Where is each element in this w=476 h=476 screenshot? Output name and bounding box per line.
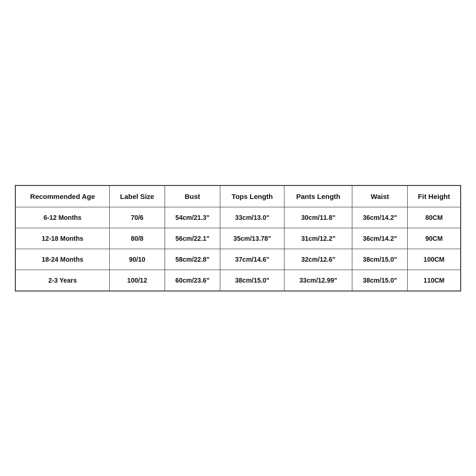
cell-tops-length: 38cm/15.0" bbox=[220, 270, 284, 291]
header-bust: Bust bbox=[165, 185, 220, 207]
cell-fit-height: 90CM bbox=[408, 228, 461, 249]
cell-age: 18-24 Months bbox=[15, 249, 110, 270]
cell-tops-length: 35cm/13.78" bbox=[220, 228, 284, 249]
cell-pants-length: 32cm/12.6" bbox=[284, 249, 352, 270]
cell-tops-length: 37cm/14.6" bbox=[220, 249, 284, 270]
cell-waist: 36cm/14.2" bbox=[352, 228, 408, 249]
cell-fit-height: 110CM bbox=[408, 270, 461, 291]
cell-age: 12-18 Months bbox=[15, 228, 110, 249]
cell-label-size: 90/10 bbox=[110, 249, 165, 270]
cell-age: 6-12 Months bbox=[15, 207, 110, 228]
cell-label-size: 80/8 bbox=[110, 228, 165, 249]
header-tops-length: Tops Length bbox=[220, 185, 284, 207]
cell-fit-height: 80CM bbox=[408, 207, 461, 228]
table-row: 18-24 Months90/1058cm/22.8"37cm/14.6"32c… bbox=[15, 249, 461, 270]
cell-bust: 60cm/23.6" bbox=[165, 270, 220, 291]
cell-tops-length: 33cm/13.0" bbox=[220, 207, 284, 228]
cell-pants-length: 30cm/11.8" bbox=[284, 207, 352, 228]
header-label-size: Label Size bbox=[110, 185, 165, 207]
table-row: 2-3 Years100/1260cm/23.6"38cm/15.0"33cm/… bbox=[15, 270, 461, 291]
header-pants-length: Pants Length bbox=[284, 185, 352, 207]
table-header-row: Recommended Age Label Size Bust Tops Len… bbox=[15, 185, 461, 207]
header-recommended-age: Recommended Age bbox=[15, 185, 110, 207]
cell-bust: 58cm/22.8" bbox=[165, 249, 220, 270]
cell-waist: 36cm/14.2" bbox=[352, 207, 408, 228]
cell-pants-length: 31cm/12.2" bbox=[284, 228, 352, 249]
table-row: 6-12 Months70/654cm/21.3"33cm/13.0"30cm/… bbox=[15, 207, 461, 228]
size-chart-table: Recommended Age Label Size Bust Tops Len… bbox=[15, 185, 461, 291]
header-waist: Waist bbox=[352, 185, 408, 207]
cell-bust: 54cm/21.3" bbox=[165, 207, 220, 228]
cell-waist: 38cm/15.0" bbox=[352, 249, 408, 270]
cell-fit-height: 100CM bbox=[408, 249, 461, 270]
header-fit-height: Fit Height bbox=[408, 185, 461, 207]
table-row: 12-18 Months80/856cm/22.1"35cm/13.78"31c… bbox=[15, 228, 461, 249]
cell-pants-length: 33cm/12.99" bbox=[284, 270, 352, 291]
cell-age: 2-3 Years bbox=[15, 270, 110, 291]
cell-waist: 38cm/15.0" bbox=[352, 270, 408, 291]
cell-bust: 56cm/22.1" bbox=[165, 228, 220, 249]
cell-label-size: 70/6 bbox=[110, 207, 165, 228]
size-chart-container: Recommended Age Label Size Bust Tops Len… bbox=[15, 185, 461, 291]
cell-label-size: 100/12 bbox=[110, 270, 165, 291]
